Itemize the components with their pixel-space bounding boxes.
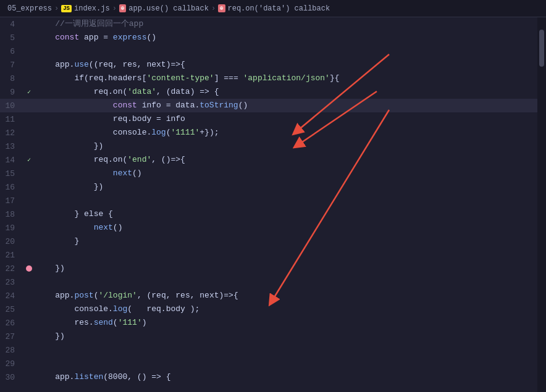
- code-line: 23: [0, 275, 537, 289]
- code-line: 24 app.post('/login', (req, res, next)=>…: [0, 289, 537, 302]
- line-number: 15: [0, 169, 25, 178]
- line-number: 14: [0, 156, 25, 165]
- line-number: 19: [0, 223, 25, 233]
- line-number: 25: [0, 305, 25, 314]
- code-content: }): [33, 140, 537, 153]
- code-content: if(req.headers['content-type'] === 'appl…: [33, 72, 537, 85]
- code-content: console.log('1111'+});: [33, 126, 537, 140]
- code-line: 20 }: [0, 235, 537, 248]
- breadcrumb-file: index.js: [74, 4, 110, 13]
- breadcrumb-js-icon: JS: [61, 5, 72, 12]
- code-line: 25 console.log( req.body );: [0, 302, 537, 316]
- line-number: 8: [0, 74, 25, 83]
- line-number: 12: [0, 128, 25, 138]
- code-line: 28: [0, 343, 537, 357]
- code-line: 16 }): [0, 180, 537, 194]
- code-line: 27 }): [0, 330, 537, 343]
- code-line: 19 next(): [0, 221, 537, 235]
- code-content: req.on('end', ()=>{: [33, 153, 537, 167]
- line-number: 21: [0, 251, 25, 260]
- breadcrumb-cb1-icon: ⊕: [119, 4, 126, 12]
- code-area[interactable]: 4 //一调用返回回一个app5 const app = express()67…: [0, 17, 537, 392]
- code-line: 11 req.body = info: [0, 112, 537, 126]
- code-content: req.body = info: [33, 112, 537, 126]
- scrollbar-area[interactable]: [537, 17, 546, 392]
- line-number: 13: [0, 142, 25, 151]
- breadcrumb-folder: 05_express: [7, 4, 52, 13]
- line-number: 30: [0, 373, 25, 382]
- code-content: //一调用返回回一个app: [33, 17, 537, 31]
- code-content: next(): [33, 221, 537, 235]
- line-number: 24: [0, 291, 25, 301]
- breadcrumb-cb1: app.use() callback: [128, 4, 209, 13]
- line-number: 6: [0, 47, 25, 56]
- code-content: res.send('111'): [33, 316, 537, 330]
- code-line: 17: [0, 194, 537, 207]
- line-number: 17: [0, 196, 25, 206]
- line-number: 23: [0, 278, 25, 287]
- code-line: 21: [0, 248, 537, 262]
- line-number: 22: [0, 264, 25, 273]
- code-content: const app = express(): [33, 31, 537, 44]
- code-line: 26 res.send('111'): [0, 316, 537, 330]
- line-number: 20: [0, 237, 25, 246]
- code-line: 10 const info = data.toString(): [0, 99, 537, 112]
- code-content: next(): [33, 167, 537, 180]
- code-line: 30 app.listen(8000, () => {: [0, 370, 537, 384]
- line-number: 11: [0, 115, 25, 124]
- scrollbar-thumb[interactable]: [539, 30, 544, 67]
- code-content: app.listen(8000, () => {: [33, 370, 537, 384]
- code-line: 13 }): [0, 140, 537, 153]
- breadcrumb-cb2: req.on('data') callback: [228, 4, 330, 13]
- code-content: const info = data.toString(): [33, 99, 537, 112]
- code-content: }: [33, 235, 537, 248]
- code-line: 22 }): [0, 262, 537, 275]
- check-indicator: ✓: [25, 88, 33, 96]
- code-line: 9✓ req.on('data', (data) => {: [0, 85, 537, 99]
- breadcrumb-cb2-icon: ⊕: [218, 4, 225, 12]
- breadcrumb-bar: 05_express › JS index.js › ⊕ app.use() c…: [0, 0, 546, 17]
- line-number: 10: [0, 101, 25, 111]
- code-content: } else {: [33, 207, 537, 221]
- line-number: 26: [0, 319, 25, 328]
- code-line: 14✓ req.on('end', ()=>{: [0, 153, 537, 167]
- code-line: 6: [0, 44, 537, 58]
- line-number: 27: [0, 332, 25, 341]
- line-number: 5: [0, 33, 25, 43]
- breadcrumb-sep3: ›: [211, 4, 216, 13]
- code-content: }): [33, 262, 537, 275]
- check-indicator: ✓: [25, 156, 33, 164]
- code-content: req.on('data', (data) => {: [33, 85, 537, 99]
- line-number: 18: [0, 210, 25, 219]
- line-number: 9: [0, 88, 25, 97]
- editor: 4 //一调用返回回一个app5 const app = express()67…: [0, 17, 546, 392]
- code-line: 5 const app = express(): [0, 31, 537, 44]
- line-number: 4: [0, 20, 25, 29]
- code-content: }): [33, 330, 537, 343]
- code-line: 8 if(req.headers['content-type'] === 'ap…: [0, 72, 537, 85]
- breadcrumb-sep1: ›: [54, 4, 59, 13]
- line-number: 28: [0, 346, 25, 355]
- breakpoint-icon: [26, 265, 32, 272]
- breadcrumb-sep2: ›: [112, 4, 117, 13]
- code-line: 29: [0, 357, 537, 370]
- code-line: 7 app.use((req, res, next)=>{: [0, 58, 537, 72]
- line-number: 7: [0, 60, 25, 70]
- code-content: }): [33, 180, 537, 194]
- code-line: 4 //一调用返回回一个app: [0, 17, 537, 31]
- code-lines: 4 //一调用返回回一个app5 const app = express()67…: [0, 17, 537, 384]
- code-line: 12 console.log('1111'+});: [0, 126, 537, 140]
- line-number: 29: [0, 359, 25, 369]
- code-content: app.post('/login', (req, res, next)=>{: [33, 289, 537, 302]
- code-content: console.log( req.body );: [33, 302, 537, 316]
- code-line: 18 } else {: [0, 207, 537, 221]
- code-line: 15 next(): [0, 167, 537, 180]
- line-number: 16: [0, 183, 25, 192]
- code-content: app.use((req, res, next)=>{: [33, 58, 537, 72]
